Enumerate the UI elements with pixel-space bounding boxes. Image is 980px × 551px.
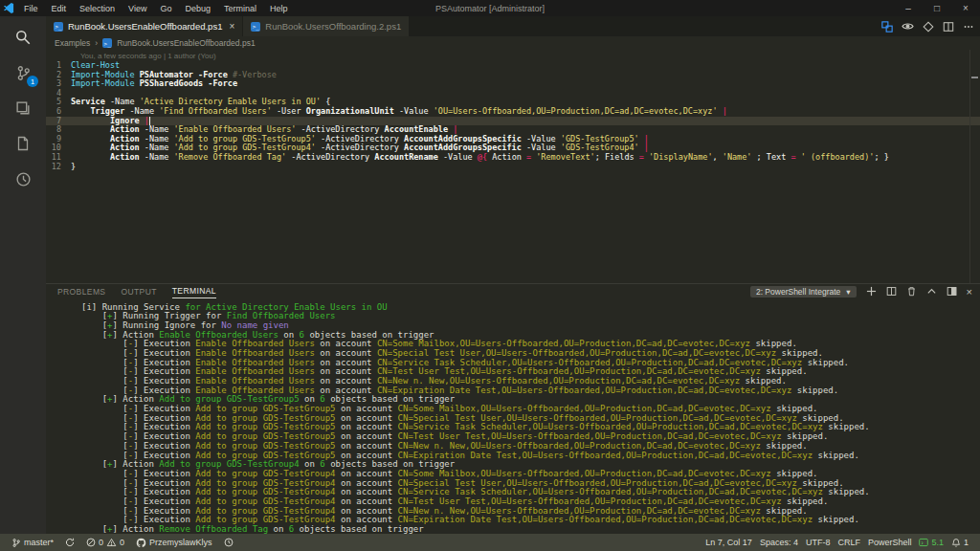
tab-terminal[interactable]: TERMINAL — [172, 284, 216, 298]
powershell-session-item[interactable]: 5.1 — [915, 538, 947, 547]
breadcrumb-folder[interactable]: Examples — [55, 38, 90, 48]
menu-item[interactable]: Go — [153, 4, 178, 13]
github-icon — [136, 538, 146, 548]
terminal[interactable]: [i] Running Service for Active Directory… — [46, 299, 980, 535]
menu-item[interactable]: File — [17, 4, 45, 13]
editor-scrollbar[interactable] — [969, 50, 970, 283]
line-number: 12 — [46, 163, 71, 172]
chevron-right-icon: › — [95, 38, 98, 48]
open-changes-icon[interactable] — [881, 21, 893, 33]
time-tracker-item[interactable] — [220, 538, 237, 547]
breadcrumb-file[interactable]: RunBook.UsersEnableOffboarded.ps1 — [117, 38, 255, 48]
search-icon[interactable] — [11, 26, 34, 49]
code-line[interactable]: 6 Trigger -Name 'Find Offboarded Users' … — [46, 107, 980, 117]
menu-item[interactable]: Help — [263, 4, 295, 13]
branch-name: master* — [24, 538, 54, 547]
clock-icon[interactable] — [11, 167, 34, 190]
new-terminal-icon[interactable] — [866, 286, 877, 297]
tab-problems[interactable]: PROBLEMS — [57, 285, 105, 298]
code-line[interactable]: 3Import-Module PSSharedGoods -Force — [46, 79, 980, 89]
error-count: 0 — [99, 538, 103, 547]
terminal-line: [+] Action Remove Offboarded Tag on 6 ob… — [81, 525, 980, 534]
menu-item[interactable]: View — [122, 4, 153, 13]
menu-bar: FileEditSelectionViewGoDebugTerminalHelp — [17, 4, 295, 13]
overview-ruler-mark — [971, 77, 978, 78]
toggle-panel-icon[interactable] — [947, 286, 957, 297]
powershell-version: 5.1 — [931, 538, 944, 547]
tab-bar: >_ RunBook.UsersEnableOffboarded.ps1 × >… — [46, 16, 980, 36]
more-actions-icon[interactable] — [963, 21, 974, 33]
split-terminal-icon[interactable] — [886, 286, 897, 297]
git-branch-icon — [11, 538, 21, 548]
sync-item[interactable] — [61, 538, 78, 547]
tab-label: RunBook.UsersEnableOffboarded.ps1 — [68, 21, 222, 32]
powershell-file-icon: >_ — [54, 22, 63, 32]
warning-icon — [106, 538, 117, 547]
maximize-button[interactable]: □ — [923, 0, 951, 16]
language-mode[interactable]: PowerShell — [864, 538, 916, 547]
maximize-panel-icon[interactable] — [926, 286, 937, 297]
menu-item[interactable]: Selection — [73, 4, 122, 13]
terminal-selector-label: 2: PowerShell Integrate — [756, 287, 840, 297]
menu-item[interactable]: Terminal — [217, 4, 263, 13]
bell-icon — [951, 538, 961, 548]
powershell-session-icon — [919, 538, 928, 547]
run-diamond-icon[interactable] — [923, 21, 934, 33]
clock-icon — [224, 538, 234, 547]
indentation[interactable]: Spaces: 4 — [756, 538, 802, 547]
tab-close-icon[interactable]: × — [229, 21, 234, 32]
menu-item[interactable]: Edit — [45, 4, 74, 13]
split-editor-icon[interactable] — [943, 21, 954, 33]
tab-runbook-enable-offboarded[interactable]: >_ RunBook.UsersEnableOffboarded.ps1 × — [46, 16, 242, 36]
git-branch-item[interactable]: master* — [8, 538, 57, 548]
panel-header: PROBLEMS OUTPUT TERMINAL 2: PowerShell I… — [46, 283, 980, 299]
extensions-icon[interactable] — [11, 97, 34, 120]
breadcrumb[interactable]: Examples › >_ RunBook.UsersEnableOffboar… — [46, 36, 980, 50]
close-button[interactable]: × — [951, 0, 980, 16]
eol-sequence[interactable]: CRLF — [834, 538, 864, 547]
tab-output[interactable]: OUTPUT — [121, 285, 156, 298]
activity-bar: 1 — [0, 16, 46, 534]
code-line[interactable]: 11 Action -Name 'Remove Offboarded Tag' … — [46, 153, 980, 163]
title-bar: FileEditSelectionViewGoDebugTerminalHelp… — [0, 0, 980, 16]
tab-runbook-offboarding-2[interactable]: >_ RunBook.UsersOffboarding.2.ps1 — [243, 16, 409, 36]
codelens-annotation[interactable]: You, a few seconds ago | 1 author (You) — [46, 52, 980, 61]
code-line[interactable]: 12} — [46, 163, 980, 172]
notifications-item[interactable]: 1 — [947, 538, 972, 548]
error-icon — [86, 538, 96, 547]
menu-item[interactable]: Debug — [178, 4, 217, 13]
source-control-icon[interactable]: 1 — [11, 61, 34, 84]
account-name: PrzemyslawKlys — [149, 538, 212, 547]
terminal-selector[interactable]: 2: PowerShell Integrate ▾ — [750, 286, 857, 298]
github-account-item[interactable]: PrzemyslawKlys — [132, 538, 216, 548]
encoding[interactable]: UTF-8 — [802, 538, 835, 547]
editor[interactable]: You, a few seconds ago | 1 author (You) … — [46, 50, 980, 283]
source-control-badge: 1 — [27, 76, 38, 87]
sync-icon — [65, 538, 75, 547]
editor-code: 1Clear-Host2Import-Module PSAutomator -F… — [46, 61, 980, 171]
kill-terminal-icon[interactable] — [906, 286, 917, 297]
minimize-button[interactable]: – — [894, 0, 923, 16]
cursor-position[interactable]: Ln 7, Col 17 — [702, 538, 756, 547]
warning-count: 0 — [120, 538, 124, 547]
close-panel-icon[interactable]: × — [967, 286, 972, 298]
notification-count: 1 — [964, 538, 969, 547]
tab-label: RunBook.UsersOffboarding.2.ps1 — [265, 21, 401, 32]
powershell-file-icon: >_ — [102, 38, 112, 48]
chevron-down-icon: ▾ — [846, 287, 850, 297]
problems-item[interactable]: 0 0 — [82, 538, 128, 547]
powershell-file-icon: >_ — [251, 22, 260, 32]
vscode-logo-icon — [0, 3, 17, 13]
preview-eye-icon[interactable] — [902, 20, 914, 33]
document-icon[interactable] — [11, 132, 34, 155]
status-bar: master* 0 0 PrzemyslawKlys Ln 7, Col 17 … — [0, 534, 980, 551]
